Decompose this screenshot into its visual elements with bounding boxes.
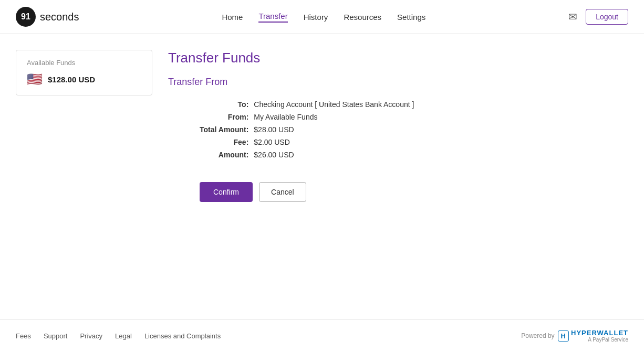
header-right: ✉ Logout <box>568 9 628 25</box>
header: 91 seconds Home Transfer History Resourc… <box>0 0 644 34</box>
confirm-button[interactable]: Confirm <box>200 182 253 202</box>
main-nav: Home Transfer History Resources Settings <box>222 12 425 23</box>
funds-amount: $128.00 USD <box>48 75 95 84</box>
value-amount: $26.00 USD <box>254 148 414 161</box>
value-to: Checking Account [ United States Bank Ac… <box>254 98 414 111</box>
brand-name: seconds <box>40 11 79 23</box>
label-from: From: <box>200 111 254 123</box>
label-total: Total Amount: <box>200 123 254 136</box>
detail-row-from: From: My Available Funds <box>200 111 414 123</box>
detail-row-amount: Amount: $26.00 USD <box>200 148 414 161</box>
logout-button[interactable]: Logout <box>586 9 628 25</box>
nav-settings[interactable]: Settings <box>397 13 425 22</box>
logo: 91 seconds <box>16 7 79 27</box>
nav-history[interactable]: History <box>304 13 328 22</box>
available-funds-card: Available Funds 🇺🇸 $128.00 USD <box>16 50 152 95</box>
value-from: My Available Funds <box>254 111 414 123</box>
transfer-details: To: Checking Account [ United States Ban… <box>200 98 414 161</box>
detail-row-total: Total Amount: $28.00 USD <box>200 123 414 136</box>
label-to: To: <box>200 98 254 111</box>
available-funds-label: Available Funds <box>27 59 141 67</box>
content-area: Transfer Funds Transfer From To: Checkin… <box>168 50 628 202</box>
sidebar: Available Funds 🇺🇸 $128.00 USD <box>16 50 152 202</box>
label-amount: Amount: <box>200 148 254 161</box>
nav-resources[interactable]: Resources <box>344 13 381 22</box>
detail-row-to: To: Checking Account [ United States Ban… <box>200 98 414 111</box>
label-fee: Fee: <box>200 136 254 148</box>
main-container: Available Funds 🇺🇸 $128.00 USD Transfer … <box>0 34 644 218</box>
button-row: Confirm Cancel <box>200 182 628 202</box>
detail-row-fee: Fee: $2.00 USD <box>200 136 414 148</box>
value-fee: $2.00 USD <box>254 136 414 148</box>
value-total: $28.00 USD <box>254 123 414 136</box>
logo-number: 91 <box>21 12 30 22</box>
section-title: Transfer From <box>168 77 628 88</box>
mail-icon[interactable]: ✉ <box>568 10 577 23</box>
nav-home[interactable]: Home <box>222 13 243 22</box>
nav-transfer[interactable]: Transfer <box>258 12 287 23</box>
flag-icon: 🇺🇸 <box>27 72 43 87</box>
logo-circle: 91 <box>16 7 36 27</box>
page-title: Transfer Funds <box>168 50 628 66</box>
funds-row: 🇺🇸 $128.00 USD <box>27 72 141 87</box>
cancel-button[interactable]: Cancel <box>259 182 306 202</box>
